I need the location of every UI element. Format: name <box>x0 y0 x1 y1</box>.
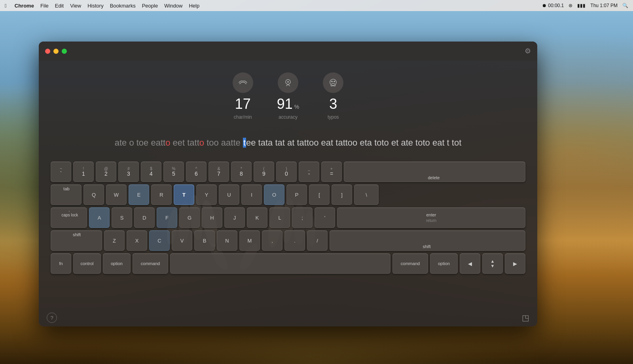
key-z[interactable]: Z <box>104 230 125 251</box>
key-k[interactable]: K <box>247 207 267 228</box>
key-enter[interactable]: enter return <box>337 207 525 228</box>
menu-bar-right: ⏺ 00:00.1 ⊛ ▮▮▮ Thu 1:07 PM 🔍 <box>542 3 628 8</box>
stat-typos: 3 typos <box>323 72 343 120</box>
current-char: t <box>243 138 246 148</box>
key-row-zxcv: shift Z X C V B N M , . / shift <box>51 230 525 251</box>
key-7[interactable]: &7 <box>208 161 229 182</box>
upcoming-text: ee tata tat at tattoo eat tattoo eta tot… <box>246 138 461 148</box>
stat-accuracy: 91 % accuracy <box>277 72 299 120</box>
key-x[interactable]: X <box>127 230 147 251</box>
settings-icon[interactable]: ⚙ <box>525 47 531 55</box>
key-quote[interactable]: ' <box>315 207 335 228</box>
minimize-button[interactable] <box>53 49 59 54</box>
menu-edit[interactable]: Edit <box>55 3 64 9</box>
bottom-bar: ? ◳ <box>39 309 537 326</box>
key-open-bracket[interactable]: [ <box>309 184 330 205</box>
close-button[interactable] <box>45 49 50 54</box>
key-i[interactable]: I <box>241 184 262 205</box>
key-arrow-left[interactable]: ◀ <box>460 253 480 274</box>
key-option-left[interactable]: option <box>103 253 131 274</box>
key-p[interactable]: P <box>286 184 307 205</box>
key-delete[interactable]: delete <box>344 161 525 182</box>
key-command-left[interactable]: command <box>133 253 168 274</box>
menu-people[interactable]: People <box>142 3 158 9</box>
key-a[interactable]: A <box>89 207 110 228</box>
accuracy-value: 91 <box>277 97 293 111</box>
help-button[interactable]: ? <box>47 313 57 323</box>
menu-bookmarks[interactable]: Bookmarks <box>110 3 136 9</box>
key-6[interactable]: ^6 <box>186 161 207 182</box>
key-2[interactable]: @2 <box>96 161 116 182</box>
battery-icon: ▮▮▮ <box>577 3 586 8</box>
key-v[interactable]: V <box>172 230 192 251</box>
key-minus[interactable]: _- <box>299 161 319 182</box>
svg-point-1 <box>287 81 289 83</box>
typos-value: 3 <box>329 97 337 111</box>
key-0[interactable]: )0 <box>276 161 297 182</box>
key-u[interactable]: U <box>219 184 239 205</box>
speed-label: char/min <box>234 114 252 120</box>
key-s[interactable]: S <box>112 207 132 228</box>
key-j[interactable]: J <box>224 207 245 228</box>
key-spacebar[interactable] <box>170 253 390 274</box>
key-3[interactable]: #3 <box>118 161 139 182</box>
key-f[interactable]: F <box>157 207 177 228</box>
clock: Thu 1:07 PM <box>590 3 618 8</box>
key-b[interactable]: B <box>194 230 215 251</box>
menu-help[interactable]: Help <box>189 3 199 9</box>
menu-chrome[interactable]: Chrome <box>15 3 34 9</box>
key-shift-right[interactable]: shift <box>330 230 525 251</box>
key-slash[interactable]: / <box>307 230 328 251</box>
key-row-qwerty: tab Q W E R T Y U I O P [ ] \ <box>51 184 525 205</box>
key-arrow-right[interactable]: ▶ <box>505 253 525 274</box>
key-arrow-updown[interactable]: ▲ ▼ <box>482 253 503 274</box>
key-shift-left[interactable]: shift <box>51 230 102 251</box>
key-d[interactable]: D <box>134 207 155 228</box>
key-semicolon[interactable]: ; <box>292 207 313 228</box>
accuracy-icon <box>278 72 298 93</box>
key-option-right[interactable]: option <box>430 253 458 274</box>
key-m[interactable]: M <box>239 230 260 251</box>
key-command-right[interactable]: command <box>392 253 428 274</box>
key-q[interactable]: Q <box>83 184 104 205</box>
key-c[interactable]: C <box>149 230 170 251</box>
key-t[interactable]: T <box>174 184 194 205</box>
key-fn[interactable]: fn <box>51 253 71 274</box>
svg-point-2 <box>330 79 336 85</box>
key-4[interactable]: $4 <box>141 161 161 182</box>
key-period[interactable]: . <box>284 230 305 251</box>
key-9[interactable]: (9 <box>254 161 274 182</box>
maximize-button[interactable] <box>62 49 67 54</box>
key-h[interactable]: H <box>202 207 222 228</box>
traffic-lights <box>45 49 67 54</box>
key-control[interactable]: control <box>73 253 101 274</box>
key-close-bracket[interactable]: ] <box>332 184 352 205</box>
key-equals[interactable]: += <box>321 161 342 182</box>
key-o[interactable]: O <box>264 184 284 205</box>
typos-icon <box>323 72 343 93</box>
menu-window[interactable]: Window <box>164 3 182 9</box>
key-w[interactable]: W <box>106 184 127 205</box>
key-n[interactable]: N <box>217 230 237 251</box>
key-8[interactable]: *8 <box>231 161 252 182</box>
accuracy-unit: % <box>294 104 299 110</box>
apple-menu[interactable]:  <box>5 3 7 9</box>
search-icon[interactable]: 🔍 <box>622 3 628 8</box>
stats-area: 17 char/min 91 % accuracy <box>39 61 537 128</box>
key-r[interactable]: R <box>151 184 172 205</box>
key-backtick[interactable]: ~` <box>51 161 71 182</box>
key-backslash[interactable]: \ <box>354 184 379 205</box>
key-1[interactable]: !1 <box>73 161 94 182</box>
progress-icon: ◳ <box>522 313 529 322</box>
key-tab[interactable]: tab <box>51 184 81 205</box>
key-5[interactable]: %5 <box>163 161 184 182</box>
menu-file[interactable]: File <box>40 3 49 9</box>
key-l[interactable]: L <box>269 207 290 228</box>
menu-view[interactable]: View <box>70 3 81 9</box>
key-y[interactable]: Y <box>196 184 217 205</box>
key-g[interactable]: G <box>179 207 200 228</box>
key-e[interactable]: E <box>129 184 149 205</box>
menu-history[interactable]: History <box>87 3 103 9</box>
key-comma[interactable]: , <box>262 230 282 251</box>
key-capslock[interactable]: • caps lock <box>51 207 87 228</box>
